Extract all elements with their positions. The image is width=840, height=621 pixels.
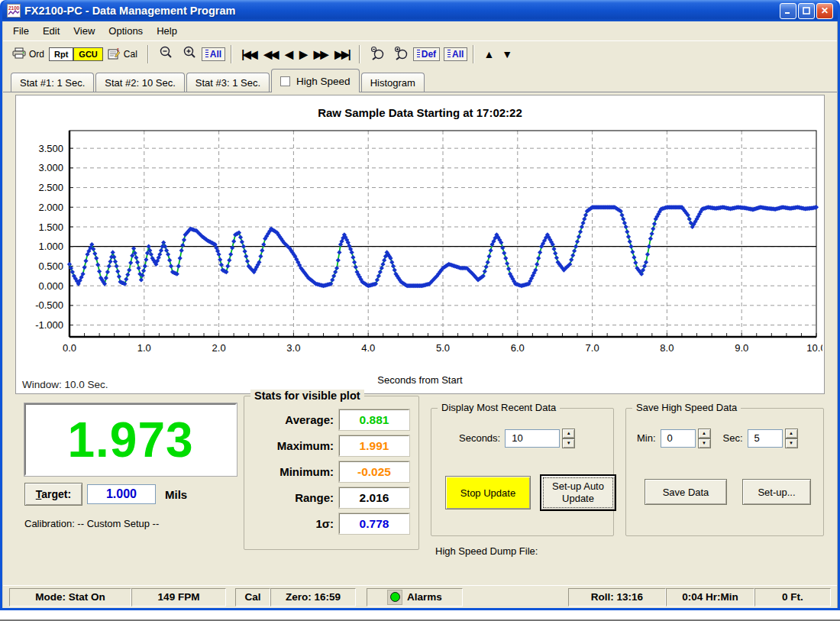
zoom-all-x-button[interactable]: All <box>202 47 225 61</box>
scroll-down-button[interactable]: ▼ <box>498 47 516 62</box>
sec-label: Sec: <box>723 432 743 444</box>
stop-update-button[interactable]: Stop Update <box>445 476 531 509</box>
menu-edit[interactable]: Edit <box>36 23 66 39</box>
seconds-stepper[interactable]: ▲ ▼ <box>562 429 575 448</box>
save-data-button[interactable]: Save Data <box>645 479 727 505</box>
maximize-button[interactable] <box>798 3 815 19</box>
svg-text:6.0: 6.0 <box>511 342 525 354</box>
svg-text:1.0: 1.0 <box>137 342 151 354</box>
stepper-down-icon[interactable]: ▼ <box>785 438 798 448</box>
target-input[interactable]: 1.000 <box>87 484 156 504</box>
svg-text:10.0: 10.0 <box>806 342 822 354</box>
default-scale-button[interactable]: Def <box>413 47 440 61</box>
nav-forward-button[interactable]: ▶▶ <box>310 47 331 62</box>
toolbar-separator <box>147 45 149 63</box>
tab-stat1[interactable]: Stat #1: 1 Sec. <box>11 73 94 92</box>
tab-high-speed[interactable]: High Speed <box>271 69 360 92</box>
properties-icon: 1 <box>108 47 121 62</box>
svg-text:2.000: 2.000 <box>38 202 63 213</box>
raw-sample-chart: 3.5003.0002.5002.0001.5001.0000.5000.000… <box>18 126 825 364</box>
seconds-input[interactable]: 10 <box>505 429 560 448</box>
stepper-up-icon[interactable]: ▲ <box>562 429 575 438</box>
sec-input[interactable]: 5 <box>748 429 783 448</box>
seconds-label: Seconds: <box>459 432 500 444</box>
stat-row-maximum: Maximum: 1.991 <box>244 435 409 456</box>
zoom-out-y-button[interactable] <box>366 43 389 66</box>
cal-button[interactable]: 1 Cal <box>103 44 142 65</box>
stripes-icon <box>447 50 451 59</box>
gcu-button[interactable]: GCU <box>73 47 102 61</box>
nav-prev-button[interactable]: ◀ <box>281 47 296 62</box>
display-recent-groupbox: Display Most Recent Data Seconds: 10 ▲ ▼… <box>431 408 614 536</box>
speed-status: 149 FPM <box>131 588 226 606</box>
menu-file[interactable]: File <box>6 23 36 39</box>
nav-first-button[interactable]: |◀◀ <box>237 47 260 62</box>
scroll-up-button[interactable]: ▲ <box>480 47 498 62</box>
cal-status: Cal <box>235 588 270 606</box>
minimize-button[interactable] <box>780 3 796 19</box>
stripes-icon <box>417 50 420 59</box>
min-input[interactable]: 0 <box>661 429 696 448</box>
svg-text:8.0: 8.0 <box>660 342 674 354</box>
stripes-icon <box>205 50 208 59</box>
zoom-in-y-icon <box>394 46 409 63</box>
svg-text:4.0: 4.0 <box>361 342 375 354</box>
save-high-speed-groupbox: Save High Speed Data Min: 0 ▲ ▼ Sec: 5 ▲… <box>625 408 824 536</box>
save-group-title: Save High Speed Data <box>632 402 741 413</box>
nav-rewind-button[interactable]: ◀◀ <box>260 47 282 62</box>
close-button[interactable]: ✕ <box>816 3 833 19</box>
menu-options[interactable]: Options <box>102 23 150 39</box>
alarm-indicator <box>387 590 402 605</box>
setup-button[interactable]: Set-up... <box>742 479 811 505</box>
menu-view[interactable]: View <box>66 23 102 39</box>
dump-file-label: High Speed Dump File: <box>435 545 538 557</box>
svg-text:3.0: 3.0 <box>286 342 300 354</box>
report-button[interactable]: Rpt <box>49 47 73 61</box>
stepper-up-icon[interactable]: ▲ <box>785 429 798 438</box>
chart-panel: Raw Sample Data Starting at 17:02:22 3.5… <box>15 95 825 394</box>
tab-stat3[interactable]: Stat #3: 1 Sec. <box>186 73 270 92</box>
minimum-value: -0.025 <box>339 461 409 482</box>
menu-bar: File Edit View Options Help <box>3 21 837 40</box>
status-bar: Mode: Stat On 149 FPM Cal Zero: 16:59 Al… <box>3 585 837 608</box>
min-stepper[interactable]: ▲ ▼ <box>698 429 711 448</box>
calibration-label: Calibration: -- Custom Setup -- <box>24 518 159 529</box>
order-button[interactable]: Ord <box>8 44 49 64</box>
app-icon: 2100 <box>7 4 21 18</box>
app-window: 2100 FX2100-PC - Data Management Program… <box>0 0 840 610</box>
tab-stat2[interactable]: Stat #2: 10 Sec. <box>95 73 185 92</box>
readout-value: 1.973 <box>67 412 193 468</box>
zoom-out-x-button[interactable] <box>154 43 178 66</box>
nav-next-button[interactable]: ▶ <box>296 47 310 62</box>
stepper-down-icon[interactable]: ▼ <box>562 438 575 448</box>
tab-histogram[interactable]: Histogram <box>361 73 425 92</box>
stepper-down-icon[interactable]: ▼ <box>698 438 711 448</box>
svg-text:7.0: 7.0 <box>586 342 599 354</box>
screen-edge <box>0 610 840 621</box>
svg-text:9.0: 9.0 <box>735 342 748 354</box>
alarms-status: Alarms <box>367 588 463 606</box>
window-duration-label: Window: 10.0 Sec. <box>22 379 108 390</box>
sec-stepper[interactable]: ▲ ▼ <box>785 429 798 448</box>
chart-title: Raw Sample Data Starting at 17:02:22 <box>16 95 824 119</box>
menu-help[interactable]: Help <box>150 23 184 39</box>
roll-status: Roll: 13:16 <box>568 588 666 606</box>
tab-indicator-square <box>280 76 290 86</box>
zoom-in-x-button[interactable] <box>178 43 202 66</box>
toolbar: Ord Rpt GCU 1 Cal All |◀◀ ◀◀ <box>3 40 837 67</box>
svg-text:2.500: 2.500 <box>38 182 63 193</box>
svg-text:5.0: 5.0 <box>436 342 450 354</box>
units-label: Mils <box>165 488 187 501</box>
stepper-up-icon[interactable]: ▲ <box>698 429 711 438</box>
setup-auto-update-button[interactable]: Set-up Auto Update <box>540 474 616 511</box>
svg-text:0.0: 0.0 <box>63 342 76 354</box>
zoom-in-y-button[interactable] <box>389 43 413 66</box>
nav-last-button[interactable]: ▶▶| <box>331 47 353 62</box>
svg-text:1.000: 1.000 <box>38 241 63 252</box>
elapsed-time-status: 0:04 Hr:Min <box>666 588 754 606</box>
svg-text:-1.000: -1.000 <box>35 319 63 331</box>
bottom-panel: 1.973 Target: 1.000 Mils Calibration: --… <box>3 394 837 571</box>
target-button[interactable]: Target: <box>24 483 82 506</box>
zoom-all-y-button[interactable]: All <box>444 47 467 61</box>
average-value: 0.881 <box>339 409 409 430</box>
